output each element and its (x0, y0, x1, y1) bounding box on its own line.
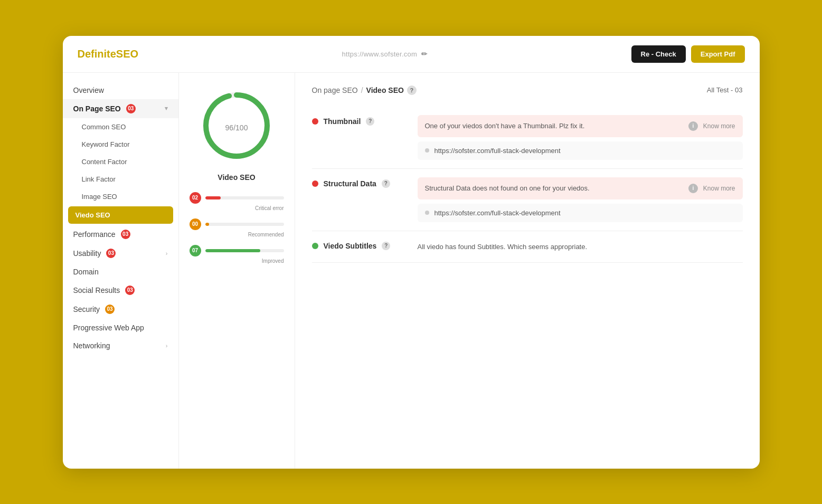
url-dot-thumbnail (425, 148, 429, 153)
link-factor-label: Link Factor (82, 175, 116, 183)
score-circle: 96/100 (200, 89, 273, 163)
sidebar-item-networking[interactable]: Networking › (63, 337, 178, 355)
performance-label: Performance (73, 230, 116, 239)
body: Overview On Page SEO 03 ▾ Common SEO Key… (63, 73, 760, 469)
sidebar-item-performance[interactable]: Performance 03 (63, 225, 178, 244)
stat-critical-label: Critical error (190, 205, 284, 211)
main-panel: 96/100 Video SEO 02 (179, 73, 760, 469)
breadcrumb-current: Video SEO (366, 86, 404, 94)
thumbnail-info-icon[interactable]: i (688, 121, 698, 131)
sidebar-item-common-seo[interactable]: Common SEO (63, 118, 178, 136)
sidebar-item-on-page-seo[interactable]: On Page SEO 03 ▾ (63, 99, 178, 118)
thumbnail-error-box: One of your viedos don't have a Thumbnai… (418, 115, 743, 137)
recheck-button[interactable]: Re - Check (631, 45, 686, 63)
chevron-right-networking-icon: › (166, 343, 168, 349)
social-results-label: Social Results (73, 286, 120, 294)
sidebar-item-security[interactable]: Security 03 (63, 300, 178, 319)
chart-title: Video SEO (218, 173, 255, 182)
stat-critical-bar (205, 196, 221, 199)
stats-list: 02 Critical error 00 (187, 192, 286, 264)
content-factor-label: Content Factor (82, 158, 127, 166)
on-page-seo-label: On Page SEO (73, 104, 121, 113)
common-seo-label: Common SEO (82, 123, 126, 131)
test-subtitles-right: All viedo has found Subtitles. Which see… (418, 240, 743, 254)
content-panel: On page SEO / Video SEO ? All Test - 03 … (295, 73, 760, 469)
header: DefiniteSEO https://www.sofster.com ✏ Re… (63, 36, 760, 73)
sidebar-item-usability[interactable]: Usability 03 › (63, 244, 178, 263)
stat-improved-label: Improved (190, 258, 284, 264)
sidebar-item-link-factor[interactable]: Link Factor (63, 170, 178, 188)
sidebar-item-viedo-seo[interactable]: Viedo SEO (68, 206, 173, 224)
app-window: DefiniteSEO https://www.sofster.com ✏ Re… (63, 36, 760, 469)
stat-recommended-num: 00 (190, 218, 201, 230)
url-bar: https://www.sofster.com ✏ (147, 50, 622, 58)
image-seo-label: Image SEO (82, 193, 117, 201)
domain-label: Domain (73, 268, 99, 276)
sidebar-item-overview[interactable]: Overview (63, 81, 178, 99)
security-badge: 03 (105, 305, 115, 314)
structural-url-box: https://sofster.com/full-stack-developme… (418, 204, 743, 222)
usability-badge: 03 (106, 249, 116, 258)
sidebar-item-progressive-web[interactable]: Progressive Web App (63, 319, 178, 337)
logo-seo: SEO (116, 48, 138, 60)
keyword-factor-label: Keyword Factor (82, 140, 130, 148)
thumbnail-url-box: https://sofster.com/full-stack-developme… (418, 141, 743, 160)
all-test-count: All Test - 03 (707, 86, 743, 94)
test-structural-left: Structural Data ? (312, 177, 407, 222)
stat-improved-row: 07 (190, 245, 284, 256)
stat-critical: 02 Critical error (190, 192, 284, 211)
table-row: Structural Data ? Structural Data does n… (312, 169, 743, 231)
test-section: Thumbnail ? One of your viedos don't hav… (312, 107, 743, 263)
sidebar-sub-menu: Common SEO Keyword Factor Content Factor… (63, 118, 178, 224)
sidebar-item-image-seo[interactable]: Image SEO (63, 188, 178, 205)
thumbnail-help-icon[interactable]: ? (366, 117, 374, 126)
structural-help-icon[interactable]: ? (382, 179, 390, 188)
thumbnail-url: https://sofster.com/full-stack-developme… (434, 147, 561, 155)
breadcrumb-sep: / (361, 86, 363, 94)
thumbnail-know-more[interactable]: Know more (703, 122, 735, 130)
stat-critical-num: 02 (190, 192, 201, 204)
logo-definite: Definite (78, 48, 116, 60)
score-value: 96/100 (225, 117, 248, 134)
viedo-seo-label: Viedo SEO (75, 211, 110, 219)
stat-recommended-bar-wrap (205, 223, 284, 226)
structural-error-text: Structural Data does not found on one fo… (425, 184, 683, 192)
export-button[interactable]: Export Pdf (691, 45, 745, 63)
sidebar-item-content-factor[interactable]: Content Factor (63, 153, 178, 170)
thumbnail-error-text: One of your viedos don't have a Thumbnai… (425, 122, 683, 130)
on-page-seo-badge: 03 (126, 104, 136, 113)
structural-know-more[interactable]: Know more (703, 185, 735, 192)
structural-info-icon[interactable]: i (688, 184, 698, 193)
table-row: Thumbnail ? One of your viedos don't hav… (312, 107, 743, 169)
test-structural-name: Structural Data (324, 179, 376, 188)
progressive-web-label: Progressive Web App (73, 324, 144, 332)
chevron-down-icon: ▾ (165, 105, 168, 112)
structural-error-box: Structural Data does not found on one fo… (418, 177, 743, 199)
header-actions: Re - Check Export Pdf (631, 45, 745, 63)
sidebar-item-keyword-factor[interactable]: Keyword Factor (63, 136, 178, 153)
stat-improved-bar (205, 249, 260, 252)
chart-panel: 96/100 Video SEO 02 (179, 73, 295, 469)
usability-label: Usability (73, 249, 101, 258)
stat-improved-num: 07 (190, 245, 201, 256)
overview-label: Overview (73, 86, 104, 94)
stat-improved-bar-wrap (205, 249, 284, 252)
stat-recommended-label: Recommended (190, 232, 284, 237)
stat-recommended-bar (205, 223, 209, 226)
stat-improved: 07 Improved (190, 245, 284, 264)
stat-recommended-row: 00 (190, 218, 284, 230)
sidebar-item-domain[interactable]: Domain (63, 263, 178, 281)
logo: DefiniteSEO (78, 48, 139, 60)
security-label: Security (73, 305, 100, 313)
sidebar: Overview On Page SEO 03 ▾ Common SEO Key… (63, 73, 179, 469)
structural-url: https://sofster.com/full-stack-developme… (434, 209, 561, 217)
test-structural-right: Structural Data does not found on one fo… (418, 177, 743, 222)
breadcrumb-help-icon[interactable]: ? (407, 85, 417, 95)
edit-icon[interactable]: ✏ (421, 50, 428, 58)
stat-recommended: 00 Recommended (190, 218, 284, 237)
chevron-right-icon: › (166, 250, 168, 256)
sidebar-item-social-results[interactable]: Social Results 03 (63, 281, 178, 300)
url-dot-structural (425, 211, 429, 215)
networking-label: Networking (73, 341, 110, 350)
subtitles-help-icon[interactable]: ? (382, 242, 390, 250)
